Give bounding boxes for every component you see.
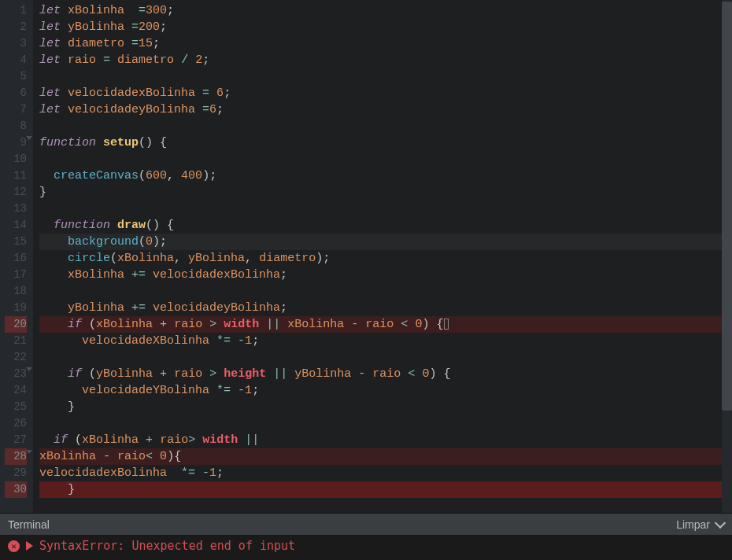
token-kw: if [68,318,82,331]
code-line[interactable]: function draw() { [39,217,722,234]
code-line[interactable]: let xBolinha =300; [39,2,722,19]
code-line[interactable]: function setup() { [39,134,722,151]
token-op: + [160,318,167,331]
terminal-header: Terminal Limpar [0,513,732,535]
token-op: < [146,450,153,463]
line-number: 9 [5,134,27,151]
token-var: raio [174,367,202,381]
token-op: > [209,318,216,331]
code-area[interactable]: let xBolinha =300;let yBolinha =200;let … [33,0,722,513]
token-num: 0 [146,235,153,249]
code-line[interactable]: if (xBolinha + raio > width || xBolinha … [39,316,722,333]
token-op: < [401,318,408,331]
code-line[interactable]: velocidadexBolinha *= -1; [39,465,722,481]
code-line[interactable] [39,349,722,366]
token-num: 300 [146,4,167,17]
code-line[interactable]: let raio = diametro / 2; [39,52,722,68]
token-var: raio [365,318,394,331]
token-op: + [160,367,167,381]
terminal-error-message: SyntaxError: Unexpected end of input [39,539,295,553]
token-const: width [224,318,259,331]
code-line[interactable]: let velocidadexBolinha = 6; [39,85,722,101]
token-paren: () [146,219,160,232]
scrollbar-thumb[interactable] [722,2,732,411]
token-pun: ; [153,37,160,50]
token-var: yBolinha [294,367,351,381]
token-paren: ) [422,318,429,331]
token-kw: let [39,20,61,34]
line-number: 15 [5,234,27,250]
token-kw: let [39,87,61,100]
token-pun: ; [167,4,174,17]
line-number: 5 [5,68,27,85]
token-paren: ( [89,318,96,331]
token-pun: } [68,400,75,414]
fold-icon[interactable] [26,367,32,371]
fold-icon[interactable] [26,450,32,454]
token-op: = [202,103,209,116]
token-var: xBolinha [68,4,124,17]
code-line[interactable] [39,201,722,217]
code-line[interactable]: yBolinha += velocidadeyBolinha; [39,300,722,316]
token-var: velocidadeYBolinha [82,384,209,397]
line-number: 30 [5,481,27,498]
token-var: xBolinha [39,450,96,463]
terminal-body[interactable]: ✕ SyntaxError: Unexpected end of input [0,535,732,560]
code-line[interactable] [39,415,722,432]
token-paren: ( [75,433,82,447]
line-number: 6 [5,85,27,101]
cursor-mark [444,319,449,330]
code-line[interactable] [39,283,722,300]
token-var: yBolinha [68,301,124,315]
token-num: 0 [160,450,167,463]
code-line[interactable]: } [39,481,722,498]
chevron-down-icon[interactable] [715,517,726,528]
line-number: 19 [5,300,27,316]
code-line[interactable]: if (yBolinha + raio > height || yBolinha… [39,366,722,382]
line-number: 3 [5,35,27,52]
token-pun: { [443,367,450,381]
token-var: yBolinha [188,252,245,265]
token-op: / [181,53,188,67]
code-line[interactable]: let velocidadeyBolinha =6; [39,101,722,118]
token-var: xBolinha [68,268,124,282]
token-pun: ; [280,268,287,282]
code-line[interactable]: let yBolinha =200; [39,19,722,35]
code-editor[interactable]: 1234567891011121314151617181920212223242… [0,0,732,513]
line-number: 20 [5,316,27,333]
code-line[interactable]: } [39,399,722,415]
line-number: 7 [5,101,27,118]
token-var: yBolinha [96,367,153,381]
token-pun: , [174,252,181,265]
code-line[interactable]: velocidadeXBolinha *= -1; [39,333,722,349]
code-line[interactable]: background(0); [39,234,722,250]
code-line[interactable]: xBolinha += velocidadexBolinha; [39,267,722,283]
token-paren: ( [89,367,96,381]
token-var: velocidadexBolinha [39,466,167,480]
code-line[interactable]: } [39,184,722,201]
token-pun: { [436,318,443,331]
token-var: raio [160,433,188,447]
code-line[interactable]: let diametro =15; [39,35,722,52]
code-line[interactable]: circle(xBolinha, yBolinha, diametro); [39,250,722,267]
token-num: 6 [216,87,224,100]
fold-icon[interactable] [26,136,32,140]
token-op: - [358,367,365,381]
code-line[interactable]: xBolinha - raio< 0){ [39,448,722,465]
code-line[interactable] [39,68,722,85]
line-number: 12 [5,184,27,201]
code-line[interactable]: if (xBolinha + raio> width || [39,432,722,448]
code-line[interactable] [39,151,722,168]
token-pun: ; [202,53,209,67]
terminal-clear-button[interactable]: Limpar [676,518,710,531]
token-paren: ( [110,252,117,265]
code-line[interactable] [39,118,722,134]
token-num: 1 [245,334,252,348]
token-op: > [209,367,216,381]
token-op: || [245,433,259,447]
token-op: || [266,318,280,331]
token-paren: ) [153,235,160,249]
vertical-scrollbar[interactable] [722,0,732,513]
code-line[interactable]: createCanvas(600, 400); [39,168,722,184]
code-line[interactable]: velocidadeYBolinha *= -1; [39,382,722,399]
